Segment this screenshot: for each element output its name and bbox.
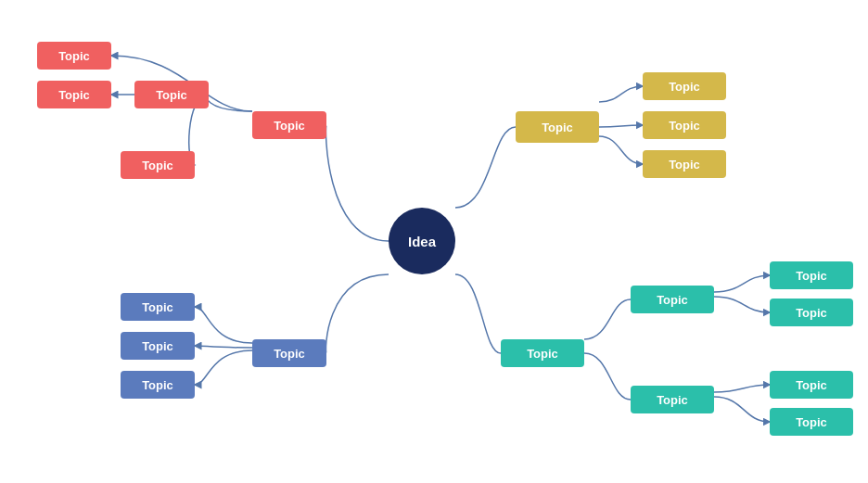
blue-mid[interactable]: Topic — [252, 339, 326, 367]
pink-top-1[interactable]: Topic — [37, 42, 111, 70]
yellow-right-1[interactable]: Topic — [643, 72, 726, 100]
teal-top-mid[interactable]: Topic — [631, 286, 714, 313]
teal-top-2[interactable]: Topic — [770, 299, 853, 326]
yellow-mid[interactable]: Topic — [516, 111, 599, 143]
yellow-right-3[interactable]: Topic — [643, 150, 726, 178]
blue-left-2[interactable]: Topic — [121, 332, 195, 360]
pink-mid-1[interactable]: Topic — [252, 111, 326, 139]
pink-bottom-1[interactable]: Topic — [121, 151, 195, 179]
teal-bot-mid[interactable]: Topic — [631, 386, 714, 413]
center-node[interactable]: Idea — [389, 208, 455, 274]
blue-left-1[interactable]: Topic — [121, 293, 195, 321]
teal-bot-2[interactable]: Topic — [770, 408, 853, 436]
pink-top-2[interactable]: Topic — [37, 81, 111, 108]
teal-bot-1[interactable]: Topic — [770, 371, 853, 399]
teal-top-1[interactable]: Topic — [770, 261, 853, 289]
teal-mid[interactable]: Topic — [501, 339, 584, 367]
pink-mid-conn[interactable]: Topic — [134, 81, 209, 108]
mindmap-canvas: Idea Topic Topic Topic Topic Topic Topic… — [0, 0, 868, 483]
yellow-right-2[interactable]: Topic — [643, 111, 726, 139]
blue-left-3[interactable]: Topic — [121, 371, 195, 399]
